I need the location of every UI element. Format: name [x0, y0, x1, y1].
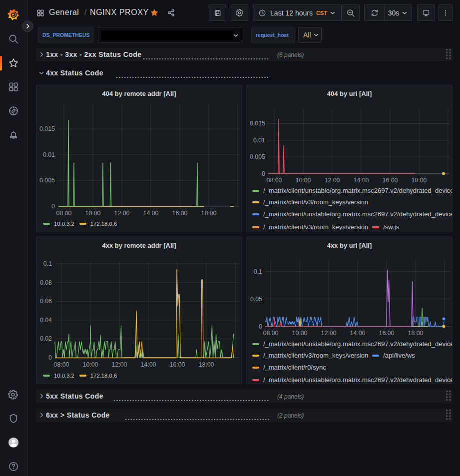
- svg-text:12:00: 12:00: [324, 177, 340, 184]
- svg-text:0.01: 0.01: [43, 151, 55, 158]
- svg-text:0.08: 0.08: [40, 279, 52, 286]
- svg-text:0: 0: [51, 203, 55, 210]
- svg-text:18:00: 18:00: [408, 330, 423, 337]
- svg-text:0: 0: [262, 170, 265, 177]
- svg-text:0.005: 0.005: [39, 177, 55, 184]
- svg-text:12:00: 12:00: [111, 361, 127, 368]
- svg-text:12:00: 12:00: [114, 210, 129, 217]
- svg-text:0.05: 0.05: [250, 296, 262, 303]
- svg-text:18:00: 18:00: [201, 210, 216, 217]
- svg-text:14:00: 14:00: [350, 330, 365, 337]
- svg-text:0.01: 0.01: [253, 137, 265, 144]
- svg-text:14:00: 14:00: [140, 361, 156, 368]
- svg-text:10:00: 10:00: [85, 210, 100, 217]
- svg-text:0.015: 0.015: [250, 120, 265, 127]
- svg-text:08:00: 08:00: [266, 177, 282, 184]
- svg-text:0.005: 0.005: [250, 153, 265, 160]
- svg-text:0.04: 0.04: [40, 317, 52, 324]
- svg-text:12:00: 12:00: [321, 330, 336, 337]
- svg-text:0: 0: [48, 354, 52, 361]
- svg-text:0.015: 0.015: [39, 125, 55, 132]
- svg-text:14:00: 14:00: [143, 210, 158, 217]
- svg-text:0: 0: [259, 323, 262, 330]
- svg-text:08:00: 08:00: [56, 210, 71, 217]
- svg-text:16:00: 16:00: [169, 361, 185, 368]
- svg-text:16:00: 16:00: [379, 330, 394, 337]
- svg-text:10:00: 10:00: [295, 177, 311, 184]
- svg-text:10:00: 10:00: [292, 330, 307, 337]
- svg-text:0.1: 0.1: [43, 260, 52, 267]
- svg-text:10:00: 10:00: [82, 361, 98, 368]
- svg-text:0.06: 0.06: [40, 298, 52, 305]
- svg-text:08:00: 08:00: [53, 361, 69, 368]
- svg-text:0.02: 0.02: [40, 335, 52, 342]
- svg-text:18:00: 18:00: [198, 361, 214, 368]
- svg-text:16:00: 16:00: [382, 177, 398, 184]
- svg-text:14:00: 14:00: [353, 177, 369, 184]
- svg-text:08:00: 08:00: [263, 330, 278, 337]
- svg-text:18:00: 18:00: [411, 177, 427, 184]
- svg-text:0.1: 0.1: [254, 268, 262, 275]
- svg-text:16:00: 16:00: [172, 210, 187, 217]
